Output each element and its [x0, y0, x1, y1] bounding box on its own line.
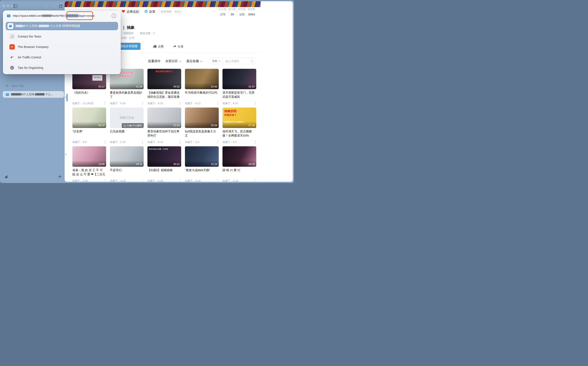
video-thumbnail[interactable]: 00:19 [223, 146, 256, 167]
video-thumbnail[interactable]: 霍金铁脖;致敬牢大 00:32 [147, 69, 181, 89]
category-dropdown[interactable]: 全部分区 [165, 59, 178, 63]
more-icon[interactable] [217, 140, 218, 144]
video-card[interactable]: 01:57 逆天萌新提前关门，完美武器尽显威风 收藏于：6-20 [223, 69, 256, 106]
video-title[interactable]: 【抽象现场】霍金直播连续肘击汉尼拔，随后直播间被封 [147, 91, 181, 99]
keyword-input[interactable] [225, 60, 250, 63]
video-card[interactable]: 13:05 雀巢：我 的 员 工 不 可 能 这 么 可 爱 ❤【二次元爆改 收… [72, 146, 106, 182]
suggestion-browser-company[interactable]: The Browser Company [6, 43, 118, 51]
video-title[interactable]: 作为怪猎代餐真的可以吗 [185, 91, 219, 95]
settings-link[interactable]: 设置 [149, 10, 155, 14]
video-card[interactable]: 01:24 “黄泉大战dark天鹅” 收藏于：4-18 [185, 146, 219, 182]
suggestion-active-bilibili[interactable]: 的个人空间- 个人主页-哔哩哔哩视频 [6, 22, 118, 30]
video-thumbnail[interactable]: 01:24 [185, 146, 219, 167]
saved-date: 收藏于：4-18 [185, 179, 201, 182]
scope-dropdown[interactable]: 当前 [212, 59, 217, 63]
header-search-box[interactable] [157, 8, 185, 15]
suggestion-label: Air Traffic Control [18, 56, 41, 59]
sidebar-toggle-icon[interactable] [13, 4, 17, 8]
more-icon[interactable] [142, 140, 143, 144]
video-title[interactable]: 已失效视频 [110, 130, 144, 134]
video-card[interactable]: 02:45 作为怪猎代餐真的可以吗 收藏于：6-22 [185, 69, 219, 106]
video-thumbnail[interactable]: 01:57 [223, 69, 256, 89]
video-card[interactable]: 偶像炒粉 芹菜怀孕？ 全网最逆天GBC解析02 07:28 假药满天飞，笑点频频… [223, 107, 256, 145]
keyword-search-box[interactable]: 当前 [208, 58, 256, 64]
video-card[interactable]: 是相亲对象 是黑龙就好了 01:29 要是相亲对象是黑龙就好了 收藏于：6-26 [110, 69, 144, 106]
reload-icon[interactable] [59, 4, 62, 8]
new-tab-button[interactable]: New Tab [5, 84, 23, 88]
video-title[interactable]: 要是相亲对象是黑龙就好了 [110, 91, 144, 99]
video-thumbnail[interactable]: 01:03 [147, 107, 181, 128]
more-icon[interactable] [180, 140, 181, 144]
more-icon[interactable] [255, 102, 256, 105]
more-icon[interactable] [142, 102, 143, 105]
more-icon[interactable] [105, 140, 106, 144]
like-button[interactable]: 点赞 [158, 45, 164, 49]
more-icon[interactable] [217, 179, 218, 182]
minimize-window-icon[interactable] [7, 5, 9, 7]
back-icon[interactable] [44, 4, 48, 8]
more-icon[interactable] [142, 179, 143, 182]
video-thumbnail[interactable]: 00:10 [72, 107, 106, 128]
video-card[interactable]: 君の名は 00:17 《你的马名》 收藏于：21小时前 [72, 69, 106, 106]
header-search-input[interactable] [161, 10, 179, 13]
chevron-down-icon [218, 61, 221, 62]
video-card-invalid[interactable]: 视频已失效 已被UP主删除 已失效视频 收藏于：5-18 [110, 107, 144, 145]
video-thumbnail[interactable]: 死杰米我让你喝，打死你 00:31 [147, 146, 181, 167]
thumbs-up-icon[interactable] [153, 44, 157, 48]
more-icon[interactable] [217, 102, 218, 105]
video-card[interactable]: 00:36 byd我这室友是真像大力王 收藏于：5-4 [185, 107, 219, 145]
app-window: 追番追剧 设置 关注数 175 粉丝数 39 获赞数 125 [0, 0, 294, 183]
video-title[interactable]: 雀巢：我 的 员 工 不 可 能 这 么 可 爱 ❤【二次元爆改 [72, 168, 106, 176]
saved-date: 收藏于：4-30 [72, 179, 88, 182]
url-input[interactable]: https://space.bilibili.com//favlist?fid=… [13, 14, 94, 17]
sort-dropdown[interactable]: 最近收藏 [186, 59, 199, 63]
sidebar-tab-bilibili[interactable]: 的个人空间· 个人… [3, 91, 64, 98]
video-thumbnail[interactable]: 00:36 [185, 107, 219, 128]
more-icon[interactable] [255, 179, 256, 182]
video-title[interactable]: “沙县男” [72, 130, 106, 134]
suggestion-air-traffic-control[interactable]: Air Traffic Control [6, 53, 118, 61]
share-button[interactable]: 分享 [178, 45, 184, 49]
video-title[interactable]: byd我这室友是真像大力王 [185, 130, 219, 137]
more-icon[interactable] [105, 102, 106, 105]
close-window-icon[interactable] [2, 5, 5, 7]
suggestion-tips-organizing[interactable]: Tips for Organizing [6, 64, 118, 72]
video-thumbnail[interactable]: 00:11 [110, 146, 144, 167]
more-icon[interactable] [105, 179, 106, 182]
batch-operations-button[interactable]: 批量操作 [148, 59, 161, 63]
plus-icon[interactable] [58, 175, 62, 178]
video-card[interactable]: 霍金铁脖;致敬牢大 00:32 【抽象现场】霍金直播连续肘击汉尼拔，随后直播间被… [147, 69, 181, 106]
archive-box-icon[interactable] [5, 175, 8, 179]
search-icon[interactable] [250, 59, 254, 63]
video-card[interactable]: 00:10 “沙县男” 收藏于：6-8 [72, 107, 106, 145]
suggestion-contact-team[interactable]: Contact the Team [6, 32, 118, 41]
chevron-down-icon [179, 61, 181, 62]
deleted-badge: 已被UP主删除 [122, 123, 144, 128]
video-card[interactable]: 01:03 爱音拍素世拍祥子拍立希壁咚灯 收藏于：5-15 [147, 107, 181, 145]
video-title[interactable]: 爱音拍素世拍祥子拍立希壁咚灯 [147, 130, 181, 137]
info-icon[interactable] [111, 13, 116, 18]
video-thumbnail[interactable]: 偶像炒粉 芹菜怀孕？ 全网最逆天GBC解析02 07:28 [223, 107, 256, 128]
fav-anime-link[interactable]: 追番追剧 [127, 10, 139, 14]
more-icon[interactable] [180, 102, 181, 105]
more-icon[interactable] [255, 140, 256, 144]
share-icon[interactable] [173, 44, 177, 48]
duration-badge: 07:28 [248, 124, 255, 127]
video-title[interactable]: 假药满天飞，笑点频频爆！全网最逆天Girls Band Cry解析 [223, 130, 256, 137]
thumb-caption: 霍金铁脖;致敬牢大 [147, 70, 181, 73]
video-thumbnail[interactable]: 13:05 [72, 146, 106, 167]
video-title[interactable]: 《你的马名》 [72, 91, 106, 95]
video-title[interactable]: “黄泉大战dark天鹅” [185, 168, 219, 172]
video-card[interactable]: 00:19 阴 暗 の 爬 行 收藏于：4-16 [223, 146, 256, 182]
video-title[interactable]: 【街霸6】就喝就喝 [147, 168, 181, 172]
video-title[interactable]: 逆天萌新提前关门，完美武器尽显威风 [223, 91, 256, 99]
video-title[interactable]: 阴 暗 の 爬 行 [223, 168, 256, 172]
forward-icon[interactable] [52, 4, 56, 8]
video-title[interactable]: 不是哥们 [110, 168, 144, 172]
traffic-lights[interactable] [2, 5, 14, 7]
video-card[interactable]: 死杰米我让你喝，打死你 00:31 【街霸6】就喝就喝 收藏于：4-28 [147, 146, 181, 182]
more-icon[interactable] [180, 179, 181, 182]
video-thumbnail[interactable]: 02:45 [185, 69, 219, 89]
video-card[interactable]: 00:11 不是哥们 收藏于：4-28 [110, 146, 144, 182]
video-thumbnail[interactable]: 视频已失效 已被UP主删除 [110, 107, 144, 128]
